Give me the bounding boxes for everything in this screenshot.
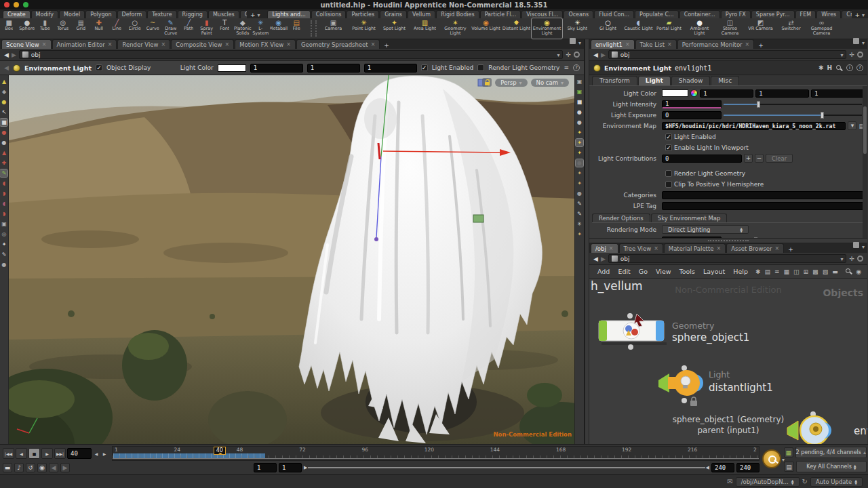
play-reverse-button[interactable]: ◀ xyxy=(16,448,27,459)
back-icon[interactable]: ◀ xyxy=(593,52,598,58)
shelf-tool[interactable]: T Font xyxy=(216,18,234,39)
next-key-icon[interactable]: ▶ xyxy=(60,463,70,472)
magnet-force-tool-icon[interactable]: ◗ xyxy=(0,210,7,218)
menu-item[interactable]: View xyxy=(652,268,675,275)
node-name-field[interactable]: envlight1 xyxy=(675,64,815,72)
shelf-tab[interactable]: Wires xyxy=(816,10,841,18)
color-palette-icon[interactable]: ▧ xyxy=(821,268,831,275)
play-button[interactable]: ▶ xyxy=(41,448,53,459)
playback-range-slider[interactable]: ▶◀ xyxy=(304,463,709,472)
light-color-r-field[interactable]: 1 xyxy=(700,89,753,98)
add-contribution-button[interactable]: + xyxy=(744,154,753,163)
collapse-bar-icon[interactable]: ◀ xyxy=(4,64,9,71)
new-tab-icon[interactable]: ⊞ xyxy=(802,268,811,275)
stash-icon[interactable]: ▬ xyxy=(830,268,840,275)
close-tab-icon[interactable] xyxy=(654,245,658,252)
pin-pane-icon[interactable]: ✛ xyxy=(566,52,571,58)
auto-update-dropdown[interactable]: Auto Update xyxy=(810,477,863,487)
stop-button[interactable]: ■ xyxy=(28,448,40,459)
shelf-tool[interactable]: ✚ Null xyxy=(90,18,108,39)
hand-tool-icon[interactable]: ✦ xyxy=(576,230,583,238)
new-pane-tab-button[interactable]: + xyxy=(755,42,767,49)
help-icon[interactable]: ? xyxy=(573,64,580,71)
shelf-tool[interactable]: ○ GI Light xyxy=(593,18,623,39)
shelf-tool[interactable]: ◖ Caustic Light xyxy=(623,18,654,39)
snapshot-icon[interactable]: ▣ xyxy=(576,78,583,85)
shelf-tool[interactable]: ◉ Metaball xyxy=(270,18,288,39)
light-color-g-field[interactable]: 1 xyxy=(307,64,360,73)
current-frame-marker[interactable]: 40 xyxy=(214,447,226,455)
realtime-toggle-icon[interactable]: ◉ xyxy=(37,463,47,472)
forward-icon[interactable]: ▶ xyxy=(601,52,606,58)
shelf-tool[interactable]: ◫ Stereo Camera xyxy=(715,18,745,39)
new-pane-tab-button[interactable]: + xyxy=(785,246,797,253)
pane-caret-icon[interactable] xyxy=(862,35,865,47)
menu-item[interactable]: Edit xyxy=(614,268,634,275)
shelf-tab[interactable]: Grains xyxy=(380,10,407,18)
pane-menu-icon[interactable] xyxy=(570,38,576,44)
help-icon[interactable]: ? xyxy=(856,64,863,71)
shelf-tab[interactable]: Texture xyxy=(147,10,176,18)
close-tab-icon[interactable] xyxy=(717,245,722,252)
shelf-tool[interactable]: ◉ Volume Light xyxy=(471,18,501,39)
key-options-caret[interactable] xyxy=(782,457,785,463)
audio-icon[interactable]: ♪ xyxy=(14,463,24,472)
clear-contributions-button[interactable]: Clear xyxy=(766,154,793,163)
environment-map-field[interactable]: $HFS/houdini/pic/hdri/HDRIHaven_kiara_5_… xyxy=(662,122,846,130)
light-color-swatch[interactable] xyxy=(218,64,246,72)
shelf-tool[interactable]: ⇄ Switcher xyxy=(776,18,806,39)
global-range-start-field[interactable]: 1 xyxy=(254,463,277,472)
playback-range-start-field[interactable]: 1 xyxy=(279,463,302,472)
light-exposure-field[interactable]: 0 xyxy=(662,111,722,119)
stitch-points-tool-icon[interactable]: ✚ xyxy=(0,159,7,167)
pane-tab[interactable]: Render View xyxy=(117,39,170,49)
light-color-b-field[interactable]: 1 xyxy=(364,64,417,73)
brush-tool-icon[interactable]: ✎ xyxy=(0,251,7,258)
paint-tool-icon[interactable]: ✎ xyxy=(0,169,7,177)
shelf-tab[interactable]: Rigid Bodies xyxy=(436,10,479,18)
point-marker-icon[interactable]: ● xyxy=(576,190,583,197)
network-path-field[interactable]: obj xyxy=(608,254,847,263)
pane-tab[interactable]: Tree View xyxy=(619,243,663,253)
prev-key-icon[interactable]: ◀ xyxy=(49,463,58,472)
normal-lighting-icon[interactable]: ✦ xyxy=(576,139,583,146)
menu-item[interactable]: Tools xyxy=(675,268,699,275)
link-pane-icon[interactable] xyxy=(574,52,580,58)
network-editor[interactable]: h_vellum Non-Commercial Edition Objects xyxy=(589,279,867,444)
param-folder-tab[interactable]: Shadow xyxy=(671,76,711,85)
shelf-tab[interactable]: Populate C... xyxy=(635,10,679,18)
node-distantlight1[interactable]: Light distantlight1 xyxy=(658,365,773,406)
shelf-tool[interactable]: ▤ File xyxy=(288,18,306,39)
light-contributions-field[interactable]: 0 xyxy=(662,155,742,163)
param-folder-tab[interactable]: Misc xyxy=(711,76,739,85)
flipbook-icon[interactable]: ▣ xyxy=(576,88,583,96)
attract-magnet-tool-icon[interactable]: ◖ xyxy=(0,180,7,187)
categories-field[interactable] xyxy=(662,191,865,199)
path-dropdown-icon[interactable] xyxy=(840,52,843,58)
hand-pose-icon[interactable]: ✦ xyxy=(576,169,583,177)
pin-pane-icon[interactable]: ✛ xyxy=(849,52,854,58)
pane-caret-icon[interactable] xyxy=(578,35,581,47)
pending-channels-button[interactable]: 2 pending, 4/4 channels ▴ xyxy=(795,447,867,458)
grid-snap-icon[interactable]: ▦ xyxy=(782,268,792,275)
set-key-button[interactable] xyxy=(762,449,781,468)
pane-caret-icon[interactable] xyxy=(862,239,865,251)
pane-tab[interactable]: Composite View xyxy=(171,39,234,49)
jump-end-button[interactable]: ▶▶| xyxy=(54,448,66,459)
shelf-tool[interactable]: ╱ Path xyxy=(180,18,198,39)
light-enabled-checkbox[interactable] xyxy=(665,134,672,140)
light-intensity-slider[interactable] xyxy=(724,100,862,108)
light-color-b-field[interactable]: 1 xyxy=(811,89,865,98)
message-bubble-icon[interactable]: ✉ xyxy=(727,478,732,485)
show-templates-toggle-icon[interactable]: ◆ xyxy=(0,88,7,96)
camera-lock-icon[interactable]: ■ xyxy=(576,98,583,106)
light-color-g-field[interactable]: 1 xyxy=(755,89,809,98)
cloth-grab-tool-icon[interactable]: ✦ xyxy=(0,241,7,248)
forward-icon[interactable]: ▶ xyxy=(601,256,606,262)
add-shelf-tab-button-2[interactable]: + xyxy=(852,12,868,18)
shelf-tab[interactable]: Muscles xyxy=(208,10,239,18)
shelf-tab[interactable]: Collisions xyxy=(311,10,347,18)
sampling-quality-field[interactable]: 1 xyxy=(662,237,722,239)
shelf-tool[interactable]: ╱ Line xyxy=(108,18,126,39)
playback-mode-icon[interactable]: ↺ xyxy=(26,463,35,472)
